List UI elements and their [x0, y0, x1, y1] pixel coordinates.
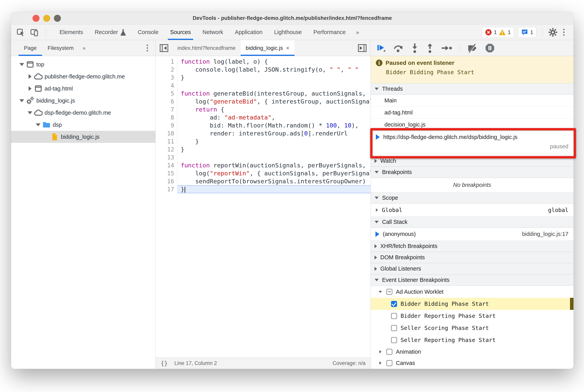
- line-number[interactable]: 16: [156, 177, 177, 185]
- next-tab-right-icon[interactable]: [354, 40, 371, 56]
- tab-lighthouse[interactable]: Lighthouse: [268, 24, 308, 40]
- watch-section-header[interactable]: Watch: [371, 155, 574, 166]
- chevron-down-icon[interactable]: [19, 99, 24, 102]
- call-stack-section-header[interactable]: Call Stack: [371, 216, 574, 228]
- tree-item-top[interactable]: top: [11, 58, 155, 70]
- event-listener-breakpoints-section-header[interactable]: Event Listener Breakpoints: [371, 274, 574, 286]
- xhr-breakpoints-section-header[interactable]: XHR/fetch Breakpoints: [371, 240, 574, 252]
- breakpoints-section-header[interactable]: Breakpoints: [371, 166, 574, 178]
- tab-application[interactable]: Application: [229, 24, 268, 40]
- line-number[interactable]: 2: [156, 66, 177, 74]
- chevron-right-icon[interactable]: [378, 361, 383, 365]
- tree-item-dsp-fledge-demo-glitch-me[interactable]: dsp-fledge-demo.glitch.me: [11, 107, 155, 119]
- pause-on-exceptions-button[interactable]: [485, 43, 495, 53]
- close-tab-icon[interactable]: ×: [286, 45, 289, 52]
- sidebar-more-tabs-button[interactable]: »: [79, 40, 89, 56]
- checkbox-unchecked[interactable]: [386, 349, 392, 355]
- sidebar-kebab-icon[interactable]: [145, 44, 150, 52]
- tab-recorder[interactable]: Recorder: [89, 24, 132, 40]
- line-number[interactable]: 13: [156, 153, 177, 161]
- step-into-button[interactable]: [411, 43, 419, 53]
- sidebar-tab-page[interactable]: Page: [18, 40, 42, 56]
- chevron-right-icon[interactable]: [27, 86, 32, 91]
- editor-tab-bidding-logic-js[interactable]: bidding_logic.js×: [241, 40, 295, 56]
- chevron-right-icon[interactable]: [27, 74, 32, 79]
- elb-item-seller-reporting-phase-start[interactable]: Seller Reporting Phase Start: [371, 334, 574, 346]
- inspect-element-icon[interactable]: [16, 28, 25, 36]
- line-number[interactable]: 6: [156, 98, 177, 106]
- step-out-button[interactable]: [426, 43, 434, 53]
- line-number[interactable]: 11: [156, 138, 177, 146]
- code-editor[interactable]: 1function log(label, o) {2 console.log(l…: [156, 56, 371, 358]
- line-number[interactable]: 9: [156, 122, 177, 130]
- step-over-button[interactable]: [393, 44, 404, 53]
- checkbox-checked[interactable]: [391, 301, 397, 307]
- issues-badge[interactable]: 1: [518, 27, 537, 38]
- line-number[interactable]: 7: [156, 106, 177, 114]
- tree-item-bidding-logic-js[interactable]: bidding_logic.js: [11, 94, 155, 107]
- chevron-down-icon[interactable]: [35, 124, 41, 126]
- threads-section-header[interactable]: Threads: [371, 83, 574, 94]
- dom-breakpoints-section-header[interactable]: DOM Breakpoints: [371, 252, 574, 263]
- deactivate-breakpoints-button[interactable]: [467, 44, 478, 53]
- tree-item-ad-tag-html[interactable]: ad-tag.html: [11, 82, 155, 94]
- checkbox-unchecked[interactable]: [391, 325, 397, 331]
- device-toolbar-icon[interactable]: [30, 28, 39, 36]
- step-button[interactable]: [441, 44, 452, 52]
- line-number[interactable]: 17: [156, 185, 177, 193]
- tab-elements[interactable]: Elements: [54, 24, 89, 40]
- elb-item-bidder-reporting-phase-start[interactable]: Bidder Reporting Phase Start: [371, 310, 574, 322]
- line-number[interactable]: 8: [156, 114, 177, 122]
- close-window-button[interactable]: [32, 15, 39, 22]
- checkbox-unchecked[interactable]: [391, 313, 397, 319]
- elb-group-ad-auction-worklet[interactable]: Ad Auction Worklet: [371, 286, 574, 298]
- resume-script-button[interactable]: [377, 43, 386, 53]
- elb-group-canvas[interactable]: Canvas: [371, 357, 574, 369]
- settings-gear-icon[interactable]: [549, 28, 557, 37]
- pretty-print-button[interactable]: {}: [161, 360, 168, 367]
- minimize-window-button[interactable]: [43, 15, 50, 22]
- thread-row[interactable]: decision_logic.js: [371, 119, 574, 131]
- tree-item-publisher-fledge-demo-glitch-me[interactable]: publisher-fledge-demo.glitch.me: [11, 70, 155, 82]
- chevron-down-icon[interactable]: [19, 63, 24, 66]
- checkbox-unchecked[interactable]: [391, 337, 397, 343]
- chevron-down-icon[interactable]: [27, 111, 32, 114]
- sidebar-tabs: PageFilesystem: [11, 40, 79, 56]
- main-menu-kebab-icon[interactable]: [561, 29, 567, 36]
- tab-console[interactable]: Console: [132, 24, 164, 40]
- scope-global-row[interactable]: Global global: [371, 204, 574, 216]
- line-number[interactable]: 15: [156, 169, 177, 177]
- line-number[interactable]: 3: [156, 74, 177, 82]
- scope-section-header[interactable]: Scope: [371, 192, 574, 204]
- more-tabs-button[interactable]: »: [352, 24, 363, 40]
- thread-row-paused[interactable]: https://dsp-fledge-demo.glitch.me/dsp/bi…: [371, 131, 574, 155]
- line-number[interactable]: 4: [156, 82, 177, 90]
- call-stack-frame-row[interactable]: (anonymous) bidding_logic.js:17: [371, 228, 574, 240]
- line-number[interactable]: 1: [156, 58, 177, 66]
- tree-item-bidding-logic-js[interactable]: bidding_logic.js: [11, 131, 155, 143]
- line-number[interactable]: 12: [156, 146, 177, 153]
- errors-warnings-badge[interactable]: 1 1: [482, 27, 514, 38]
- sidebar-tab-filesystem[interactable]: Filesystem: [42, 40, 79, 56]
- elb-item-bidder-bidding-phase-start[interactable]: Bidder Bidding Phase Start: [371, 298, 574, 310]
- elb-group-animation[interactable]: Animation: [371, 346, 574, 357]
- code-text: }: [177, 185, 371, 193]
- tab-sources[interactable]: Sources: [164, 24, 197, 40]
- elb-item-seller-scoring-phase-start[interactable]: Seller Scoring Phase Start: [371, 322, 574, 334]
- checkbox-indeterminate[interactable]: [386, 289, 392, 295]
- tab-network[interactable]: Network: [197, 24, 229, 40]
- editor-tab-index-html-fencedframe[interactable]: index.html?fencedframe: [172, 40, 241, 56]
- global-listeners-section-header[interactable]: Global Listeners: [371, 263, 574, 274]
- line-number[interactable]: 10: [156, 130, 177, 138]
- thread-row[interactable]: Main: [371, 94, 574, 107]
- tree-item-dsp[interactable]: dsp: [11, 119, 155, 131]
- checkbox-unchecked[interactable]: [386, 360, 392, 366]
- chevron-right-icon[interactable]: [378, 349, 383, 354]
- zoom-window-button[interactable]: [54, 15, 61, 22]
- line-number[interactable]: 14: [156, 161, 177, 169]
- thread-row[interactable]: ad-tag.html: [371, 107, 574, 119]
- chevron-down-icon[interactable]: [378, 290, 383, 293]
- line-number[interactable]: 5: [156, 90, 177, 98]
- collapse-tabs-left-icon[interactable]: [156, 40, 172, 56]
- tab-performance[interactable]: Performance: [308, 24, 352, 40]
